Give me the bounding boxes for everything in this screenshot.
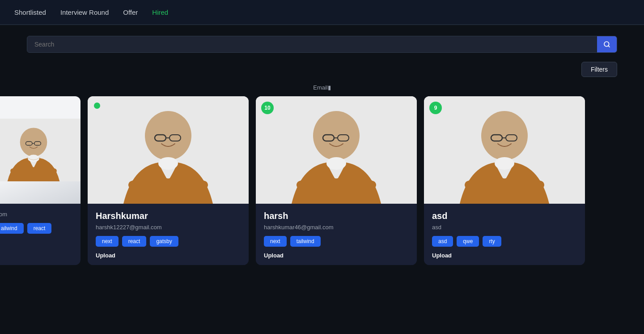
nav-offer[interactable]: Offer bbox=[123, 7, 138, 18]
search-button[interactable] bbox=[597, 36, 617, 52]
email-hint: Email▮ bbox=[0, 84, 644, 91]
candidate-photo-harshkumar bbox=[88, 96, 249, 204]
candidate-badge-dot bbox=[94, 103, 100, 109]
candidate-name-harsh: harsh bbox=[264, 211, 409, 221]
candidate-card-harsh: 10 harsh harshkumar46@gmail.com next tai… bbox=[256, 96, 417, 265]
candidate-card-harshkumar: Harshkumar harshk12227@gmail.com next re… bbox=[88, 96, 249, 265]
candidate-card-partial: .com ailwind react bbox=[0, 96, 80, 265]
card-body-partial: .com ailwind react bbox=[0, 204, 80, 245]
candidate-email-harshkumar: harshk12227@gmail.com bbox=[96, 224, 241, 231]
card-upload-harshkumar[interactable]: Upload bbox=[96, 252, 241, 259]
candidate-photo-harsh bbox=[256, 96, 417, 204]
candidate-name-harshkumar: Harshkumar bbox=[96, 211, 241, 221]
card-tag: react bbox=[27, 223, 52, 234]
card-body-asd: asd asd asd qwe rty Upload bbox=[424, 204, 585, 265]
card-upload-asd[interactable]: Upload bbox=[432, 252, 577, 259]
card-upload-harsh[interactable]: Upload bbox=[264, 252, 409, 259]
card-tag: tailwind bbox=[290, 236, 321, 247]
card-body-harshkumar: Harshkumar harshk12227@gmail.com next re… bbox=[88, 204, 249, 265]
candidate-badge-9: 9 bbox=[429, 102, 442, 114]
candidate-name-asd: asd bbox=[432, 211, 577, 221]
navigation: Shortlisted Interview Round Offer Hired bbox=[0, 0, 644, 25]
svg-line-1 bbox=[608, 46, 610, 47]
candidate-email-asd: asd bbox=[432, 224, 577, 231]
card-body-harsh: harsh harshkumar46@gmail.com next tailwi… bbox=[256, 204, 417, 265]
nav-shortlisted[interactable]: Shortlisted bbox=[14, 7, 46, 18]
candidate-photo-partial bbox=[0, 96, 80, 204]
filters-row: Filters bbox=[0, 58, 644, 84]
card-tag: react bbox=[122, 236, 147, 247]
card-email-partial: .com bbox=[0, 211, 72, 218]
card-tags-partial: ailwind react bbox=[0, 223, 72, 234]
svg-point-13 bbox=[158, 157, 178, 170]
search-input[interactable] bbox=[27, 36, 597, 52]
card-tag: ailwind bbox=[0, 223, 24, 234]
svg-point-25 bbox=[495, 157, 514, 170]
candidate-email-harsh: harshkumar46@gmail.com bbox=[264, 224, 409, 231]
filters-button[interactable]: Filters bbox=[581, 62, 617, 77]
nav-hired[interactable]: Hired bbox=[152, 7, 168, 18]
candidate-photo-asd bbox=[424, 96, 585, 204]
candidate-card-asd: 9 asd asd asd qwe rty Upload bbox=[424, 96, 585, 265]
nav-interview-round[interactable]: Interview Round bbox=[60, 7, 109, 18]
card-tag: asd bbox=[432, 236, 453, 247]
svg-point-15 bbox=[313, 111, 360, 160]
svg-point-7 bbox=[28, 155, 39, 162]
card-tag: next bbox=[264, 236, 287, 247]
card-tags-harsh: next tailwind bbox=[264, 236, 409, 247]
card-tag: qwe bbox=[457, 236, 479, 247]
card-tag: rty bbox=[483, 236, 501, 247]
card-tags-asd: asd qwe rty bbox=[432, 236, 577, 247]
svg-point-19 bbox=[326, 157, 346, 170]
search-bar-wrapper bbox=[0, 25, 644, 58]
card-tags-harshkumar: next react gatsby bbox=[96, 236, 241, 247]
card-tag: next bbox=[96, 236, 119, 247]
cards-container: .com ailwind react Harshkumar bbox=[0, 96, 644, 265]
svg-point-9 bbox=[145, 111, 191, 160]
svg-point-21 bbox=[481, 111, 528, 160]
svg-point-3 bbox=[20, 128, 47, 156]
search-bar bbox=[27, 36, 617, 53]
search-icon bbox=[603, 41, 610, 48]
card-tag: gatsby bbox=[150, 236, 178, 247]
candidate-badge-10: 10 bbox=[261, 102, 274, 114]
